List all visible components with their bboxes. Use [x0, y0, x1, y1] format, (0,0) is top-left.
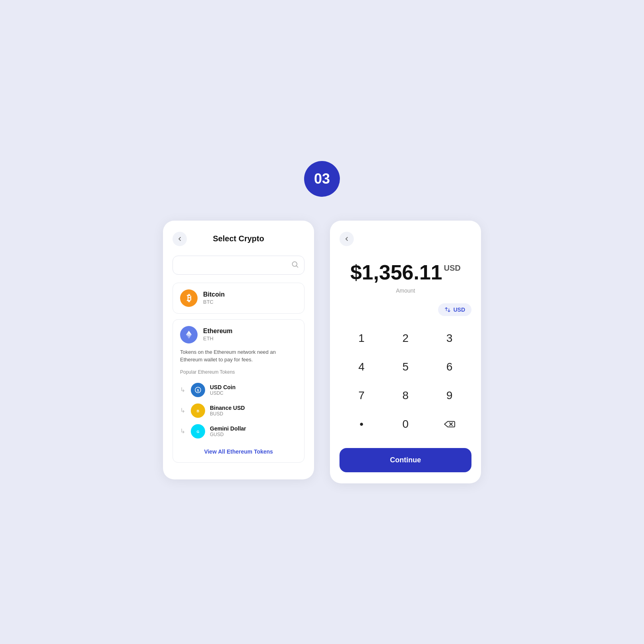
search-container	[173, 256, 305, 275]
numpad: 1 2 3 4 5 6 7 8 9 • 0	[339, 324, 471, 438]
busd-token-item[interactable]: ↳ B Binance USD BUSD	[180, 400, 297, 421]
svg-text:G: G	[196, 430, 199, 434]
numpad-key-0[interactable]: 0	[384, 410, 428, 438]
left-panel-title: Select Crypto	[213, 234, 264, 243]
gusd-name: Gemini Dollar	[210, 425, 246, 432]
numpad-key-8[interactable]: 8	[384, 381, 428, 410]
numpad-key-9[interactable]: 9	[427, 381, 471, 410]
usdc-info: USD Coin USDC	[210, 384, 236, 396]
sub-arrow-usdc: ↳	[180, 386, 185, 394]
amount-currency: USD	[444, 264, 461, 273]
sub-arrow-gusd: ↳	[180, 427, 185, 435]
panels-container: Select Crypto ₿ Bitcoin BTC	[163, 221, 481, 483]
search-icon	[291, 260, 299, 270]
bitcoin-icon: ₿	[180, 289, 198, 307]
numpad-key-3[interactable]: 3	[427, 324, 471, 353]
numpad-key-4[interactable]: 4	[339, 353, 384, 381]
usdc-token-item[interactable]: ↳ $ USD Coin USDC	[180, 380, 297, 400]
numpad-key-delete[interactable]	[427, 410, 471, 438]
popular-tokens-label: Popular Ethereum Tokens	[180, 369, 297, 375]
step-number: 03	[314, 171, 330, 187]
svg-text:B: B	[197, 409, 200, 413]
left-back-button[interactable]	[173, 232, 187, 246]
view-all-container: View All Ethereum Tokens	[180, 448, 297, 455]
ethereum-expanded: Ethereum ETH Tokens on the Ethereum netw…	[173, 319, 305, 463]
amount-label: Amount	[339, 287, 471, 294]
ethereum-symbol: ETH	[203, 336, 233, 341]
bitcoin-item[interactable]: ₿ Bitcoin BTC	[173, 283, 305, 314]
ethereum-description: Tokens on the Ethereum network need an E…	[180, 348, 297, 364]
right-back-button[interactable]	[339, 232, 354, 246]
busd-icon: B	[191, 403, 205, 418]
step-badge: 03	[304, 161, 340, 197]
bitcoin-symbol: BTC	[203, 299, 225, 305]
busd-info: Binance USD BUSD	[210, 405, 245, 417]
ethereum-icon	[180, 326, 198, 343]
busd-symbol: BUSD	[210, 411, 245, 417]
numpad-key-dot[interactable]: •	[339, 410, 384, 438]
amount-number: $1,356.11	[350, 260, 442, 284]
gusd-symbol: GUSD	[210, 432, 246, 437]
view-all-link[interactable]: View All Ethereum Tokens	[204, 448, 273, 455]
ethereum-info: Ethereum ETH	[203, 328, 233, 341]
numpad-key-1[interactable]: 1	[339, 324, 384, 353]
continue-button[interactable]: Continue	[339, 448, 471, 472]
numpad-key-7[interactable]: 7	[339, 381, 384, 410]
bitcoin-name: Bitcoin	[203, 291, 225, 298]
left-panel-header: Select Crypto	[173, 232, 305, 246]
svg-line-1	[297, 266, 298, 267]
numpad-key-5[interactable]: 5	[384, 353, 428, 381]
amount-display: $1,356.11USD	[339, 260, 471, 284]
numpad-key-6[interactable]: 6	[427, 353, 471, 381]
svg-point-0	[292, 262, 297, 266]
bitcoin-info: Bitcoin BTC	[203, 291, 225, 305]
ethereum-name: Ethereum	[203, 328, 233, 335]
usdc-symbol: USDC	[210, 390, 236, 396]
busd-name: Binance USD	[210, 405, 245, 411]
search-input[interactable]	[173, 256, 305, 275]
usdc-icon: $	[191, 383, 205, 397]
numpad-key-2[interactable]: 2	[384, 324, 428, 353]
currency-toggle-label: USD	[453, 306, 465, 313]
svg-text:$: $	[197, 388, 199, 392]
amount-panel: $1,356.11USD Amount USD 1 2 3 4 5 6 7 8 …	[330, 221, 481, 483]
currency-toggle-container: USD	[339, 303, 471, 316]
currency-toggle-button[interactable]: USD	[438, 303, 471, 316]
ethereum-top[interactable]: Ethereum ETH	[180, 326, 297, 343]
gusd-info: Gemini Dollar GUSD	[210, 425, 246, 437]
select-crypto-panel: Select Crypto ₿ Bitcoin BTC	[163, 221, 314, 479]
amount-value-row: $1,356.11USD	[350, 260, 461, 284]
right-panel-header	[339, 232, 471, 246]
usdc-name: USD Coin	[210, 384, 236, 390]
sub-arrow-busd: ↳	[180, 407, 185, 414]
gusd-icon: G	[191, 424, 205, 438]
gusd-token-item[interactable]: ↳ G Gemini Dollar GUSD	[180, 421, 297, 442]
